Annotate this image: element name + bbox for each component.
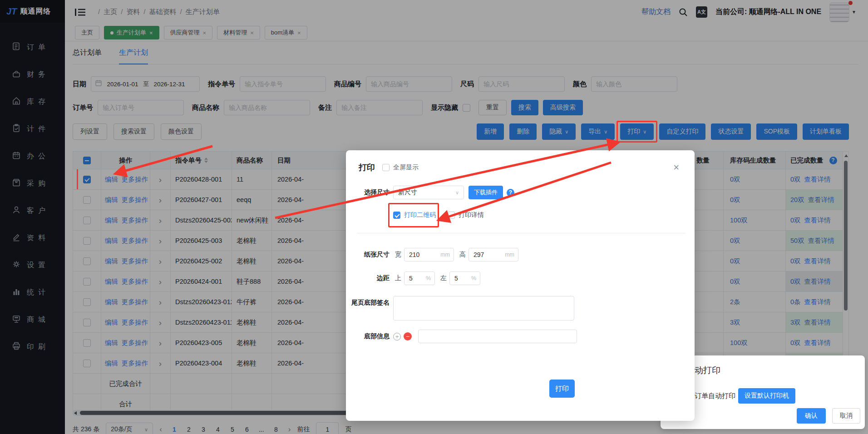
footer-info-label: 底部信息 — [349, 332, 390, 340]
print-qr-option[interactable]: 打印二维码 — [393, 211, 436, 219]
fullscreen-toggle[interactable]: 全屏显示 — [382, 163, 419, 172]
auto-print-option-label: 订单自动打印 — [695, 392, 735, 400]
add-icon[interactable]: + — [393, 333, 401, 340]
download-plugin-button[interactable]: 下载插件 — [469, 186, 503, 199]
auto-print-heading: 动打印 — [695, 365, 720, 376]
size-select-label: 选择尺寸 — [349, 188, 390, 197]
confirm-button[interactable]: 确认 — [797, 408, 826, 424]
margin-left-unit: % — [471, 275, 476, 281]
size-select-value: 新尺寸 — [398, 188, 417, 197]
height-label: 高 — [459, 251, 466, 259]
margin-label: 边距 — [349, 274, 390, 282]
divider — [357, 233, 686, 233]
print-qr-checkbox[interactable] — [393, 212, 400, 219]
height-unit: mm — [505, 252, 514, 258]
print-detail-label: 打印详情 — [459, 211, 484, 219]
set-default-printer-button[interactable]: 设置默认打印机 — [738, 388, 795, 404]
width-field: mm — [404, 248, 454, 261]
footer-info-input[interactable] — [418, 330, 577, 343]
paper-size-label: 纸张尺寸 — [349, 251, 390, 259]
margin-top-label: 上 — [395, 274, 401, 282]
print-button[interactable]: 打印 — [549, 380, 575, 398]
margin-left-field: % — [449, 271, 480, 285]
print-options-row: 打印二维码 打印详情 — [349, 211, 682, 219]
print-detail-checkbox[interactable] — [448, 212, 455, 219]
help-icon[interactable]: ? — [507, 189, 514, 197]
margin-top-field: % — [404, 271, 435, 285]
print-modal: 打印 全屏显示 × 选择尺寸 新尺寸∨ 下载插件 ? 打印二维码 打印详情 纸张… — [346, 150, 695, 421]
remove-icon[interactable]: − — [404, 332, 412, 340]
signature-row: 尾页底部签名 — [349, 296, 682, 321]
footer-info-row: 底部信息 + − — [349, 330, 682, 343]
print-qr-label: 打印二维码 — [404, 211, 436, 219]
width-unit: mm — [440, 252, 450, 258]
signature-textarea[interactable] — [393, 296, 574, 321]
margin-top-unit: % — [426, 275, 431, 281]
modal-title: 打印 — [359, 162, 375, 173]
size-select[interactable]: 新尺寸∨ — [393, 186, 464, 199]
height-field: mm — [469, 248, 518, 261]
modal-header: 打印 全屏显示 × — [346, 150, 695, 173]
fullscreen-checkbox[interactable] — [382, 164, 390, 171]
chevron-down-icon: ∨ — [455, 190, 459, 196]
margin-left-label: 左 — [440, 274, 447, 282]
paper-size-row: 纸张尺寸 宽 mm 高 mm — [349, 248, 682, 261]
fullscreen-label: 全屏显示 — [393, 163, 419, 172]
app-root: JT 顺通网络 订单 财务 库存 计件 办公 采购 客户 资料 设置 统计 商城… — [0, 0, 868, 434]
signature-label: 尾页底部签名 — [349, 296, 390, 307]
width-label: 宽 — [395, 251, 401, 259]
cancel-button[interactable]: 取消 — [832, 408, 860, 424]
size-row: 选择尺寸 新尺寸∨ 下载插件 ? — [349, 186, 682, 199]
close-icon[interactable]: × — [671, 162, 682, 173]
margin-row: 边距 上 % 左 % — [349, 271, 682, 285]
